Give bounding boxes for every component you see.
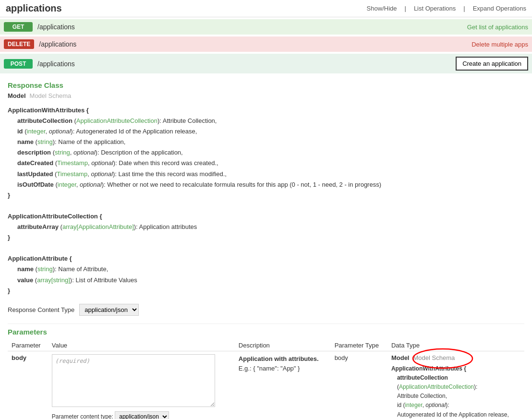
param-content-type-row: Parameter content type: application/json <box>52 411 231 419</box>
param-data-type-cell: Model Model Schema ApplicationWithAttrib… <box>387 351 524 419</box>
params-header-row: Parameter Value Description Parameter Ty… <box>8 340 524 351</box>
show-hide-link[interactable]: Show/Hide <box>367 5 397 12</box>
delete-row[interactable]: DELETE /applications Delete multiple app… <box>0 36 532 52</box>
data-type-tabs: Model Model Schema <box>391 354 455 361</box>
content-area: Response Class Model Model Schema Applic… <box>0 75 532 419</box>
create-application-button[interactable]: Create an application <box>456 57 528 71</box>
param-value-cell: (required) Parameter content type: appli… <box>48 351 235 419</box>
class-application-attribute: ApplicationAttribute { name (string): Na… <box>8 253 524 296</box>
delete-path: /applications <box>39 40 472 48</box>
class-application-with-attributes: ApplicationWithAttributes { attributeCol… <box>8 105 524 201</box>
col-parameter: Parameter <box>8 340 48 351</box>
get-path: /applications <box>37 23 467 31</box>
inner-schema-block: ApplicationWithAttributes { attributeCol… <box>391 364 520 419</box>
get-badge: GET <box>4 22 33 32</box>
col-description: Description <box>235 340 331 351</box>
param-desc-bold: Application with attributes. <box>239 355 319 362</box>
parameters-title: Parameters <box>8 328 524 336</box>
tab-model-active[interactable]: Model <box>391 354 410 361</box>
post-badge: POST <box>4 59 33 69</box>
delete-description: Delete multiple apps <box>472 41 528 48</box>
response-class-title: Response Class <box>8 81 524 89</box>
model-tabs: Model Model Schema <box>8 92 524 99</box>
class-application-attribute-collection: ApplicationAttributeCollection { attribu… <box>8 211 524 243</box>
tab-model-schema[interactable]: Model Schema <box>30 92 72 99</box>
page-title: applications <box>6 3 62 14</box>
tab-model[interactable]: Model <box>8 92 26 99</box>
top-bar: applications Show/Hide | List Operations… <box>0 0 532 17</box>
param-desc-example: E.g.: { "name": "App" } <box>239 365 300 372</box>
schema-block: ApplicationWithAttributes { attributeCol… <box>8 105 524 296</box>
get-row[interactable]: GET /applications Get list of applicatio… <box>0 19 532 35</box>
response-content-type-label: Response Content Type <box>8 306 74 313</box>
parameters-table: Parameter Value Description Parameter Ty… <box>8 340 524 419</box>
param-content-type-select[interactable]: application/json <box>115 411 169 419</box>
expand-operations-link[interactable]: Expand Operations <box>473 5 526 12</box>
table-row: body (required) Parameter content type: … <box>8 351 524 419</box>
col-value: Value <box>48 340 235 351</box>
tab-model-schema-inactive[interactable]: Model Schema <box>413 354 455 361</box>
post-row[interactable]: POST /applications Create an application <box>0 54 532 73</box>
response-content-type-row: Response Content Type application/json a… <box>8 304 524 316</box>
data-type-with-annotation: Model Model Schema <box>391 354 455 364</box>
param-type-cell: body <box>331 351 387 419</box>
list-operations-link[interactable]: List Operations <box>414 5 456 12</box>
param-body-input[interactable]: (required) <box>52 354 215 407</box>
col-param-type: Parameter Type <box>331 340 387 351</box>
top-bar-links: Show/Hide | List Operations | Expand Ope… <box>367 5 526 12</box>
get-description: Get list of applications <box>467 24 528 31</box>
response-content-type-select[interactable]: application/json application/xml <box>79 304 139 316</box>
delete-badge: DELETE <box>4 39 34 49</box>
param-name: body <box>8 351 48 419</box>
param-content-type-label: Parameter content type: <box>52 413 113 419</box>
post-path: /applications <box>37 60 247 68</box>
col-data-type: Data Type <box>387 340 524 351</box>
param-description-cell: Application with attributes. E.g.: { "na… <box>235 351 331 419</box>
